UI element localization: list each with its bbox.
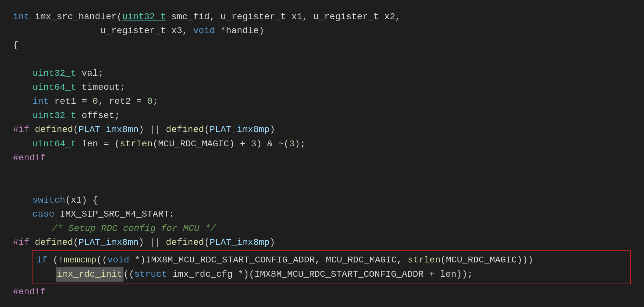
code-text: (x1) { <box>65 193 98 207</box>
type-uint32: uint32_t <box>32 66 76 80</box>
func-strlen: strlen <box>120 137 153 151</box>
code-text: ) & ~( <box>256 137 289 151</box>
code-line-6: uint64_t timeout; <box>13 80 631 94</box>
func-defined2: defined <box>166 123 204 137</box>
type-uint32-2: uint32_t <box>32 109 76 123</box>
code-line-10: uint64_t len = (strlen(MCU_RDC_MAGIC) + … <box>13 137 631 151</box>
keyword-void2: void <box>107 253 129 267</box>
code-text: ret1 = <box>49 94 92 108</box>
keyword-case: case <box>32 207 54 221</box>
preprocessor-endif: #endif <box>13 151 46 165</box>
code-text: ); <box>295 137 306 151</box>
code-line-8: uint32_t offset; <box>13 109 631 123</box>
num-0a: 0 <box>93 94 98 108</box>
keyword-void: void <box>193 24 215 38</box>
keyword-struct: struct <box>134 267 167 281</box>
code-text: (! <box>47 253 64 267</box>
code-text: ( <box>73 235 79 249</box>
code-line-20: #endif <box>13 285 631 299</box>
macro-plat3: PLAT_imx8mn <box>79 235 139 249</box>
func-highlight: imx_rdc_init <box>56 267 123 282</box>
code-line-14: switch(x1) { <box>13 193 631 207</box>
code-line-18: if (!memcmp((void *)IMX8M_MCU_RDC_START_… <box>36 253 626 267</box>
type-uint64-2: uint64_t <box>32 137 76 151</box>
macro-plat2: PLAT_imx8mp <box>210 123 270 137</box>
num-0b: 0 <box>147 94 153 108</box>
code-line-12 <box>13 165 631 179</box>
code-line-21 <box>13 299 631 307</box>
code-text: len = ( <box>76 137 120 151</box>
func-defined4: defined <box>166 235 204 249</box>
code-text: IMX_SIP_SRC_M4_START: <box>54 207 174 221</box>
preprocessor-endif2: #endif <box>13 285 46 299</box>
macro-plat1: PLAT_imx8mn <box>79 123 139 137</box>
code-text: ( <box>204 123 210 137</box>
code-text: (MCU_RDC_MAGIC) + <box>153 137 251 151</box>
func-strlen2: strlen <box>408 253 441 267</box>
code-line-16: /* Setup RDC config for MCU */ <box>13 221 631 235</box>
code-line-4 <box>13 52 631 66</box>
code-text: *handle) <box>215 24 264 38</box>
code-text: imx_rdc_cfg *)(IMX8M_MCU_RDC_START_CONFI… <box>167 267 473 281</box>
code-viewer: int imx_src_handler(uint32_t smc_fid, u_… <box>13 10 631 307</box>
keyword-int-2: int <box>32 94 49 108</box>
func-defined: defined <box>35 123 73 137</box>
code-text: ) <box>270 123 275 137</box>
keyword-switch: switch <box>32 193 65 207</box>
highlighted-code-block: if (!memcmp((void *)IMX8M_MCU_RDC_START_… <box>32 250 631 285</box>
code-line-9: #if defined(PLAT_imx8mn) || defined(PLAT… <box>13 123 631 137</box>
code-text: , ret2 = <box>98 94 147 108</box>
code-text: (( <box>123 267 135 281</box>
code-line-17: #if defined(PLAT_imx8mn) || defined(PLAT… <box>13 235 631 249</box>
num-3a: 3 <box>251 137 256 151</box>
code-text: *)IMX8M_MCU_RDC_START_CONFIG_ADDR, MCU_R… <box>129 253 408 267</box>
type-uint64: uint64_t <box>32 80 76 94</box>
code-text: offset; <box>76 109 120 123</box>
keyword-int: int <box>13 10 29 24</box>
code-line-1: int imx_src_handler(uint32_t smc_fid, u_… <box>13 10 631 24</box>
code-text: ) || <box>139 123 166 137</box>
macro-plat4: PLAT_imx8mp <box>210 235 270 249</box>
func-defined3: defined <box>35 235 73 249</box>
code-text: smc_fid, u_register_t x1, u_register_t x… <box>166 10 401 24</box>
code-line-7: int ret1 = 0, ret2 = 0; <box>13 94 631 108</box>
code-text <box>29 123 35 137</box>
code-text: val; <box>76 66 103 80</box>
code-text: ( <box>204 235 210 249</box>
code-text: ) || <box>139 235 166 249</box>
code-text: ; <box>153 94 158 108</box>
code-text <box>29 235 35 249</box>
code-line-3: { <box>13 38 631 52</box>
code-line-5: uint32_t val; <box>13 66 631 80</box>
num-3b: 3 <box>289 137 295 151</box>
code-text: ) <box>270 235 275 249</box>
preprocessor-if: #if <box>13 123 29 137</box>
preprocessor-if2: #if <box>13 235 29 249</box>
code-text: u_register_t x3, <box>13 24 193 38</box>
code-text: { <box>13 38 19 52</box>
comment-setup: /* Setup RDC config for MCU */ <box>52 221 216 235</box>
keyword-if: if <box>36 253 47 267</box>
code-text: imx_src_handler( <box>29 10 122 24</box>
func-imx-rdc-init: imx_rdc_init <box>57 269 122 279</box>
code-text: (( <box>97 253 108 267</box>
code-text: timeout; <box>76 80 125 94</box>
code-line-13 <box>13 179 631 193</box>
type-uint32: uint32_t <box>122 10 166 24</box>
code-line-19: imx_rdc_init((struct imx_rdc_cfg *)(IMX8… <box>36 267 626 282</box>
code-text: ( <box>73 123 79 137</box>
code-line-15: case IMX_SIP_SRC_M4_START: <box>13 207 631 221</box>
code-line-2: u_register_t x3, void *handle) <box>13 24 631 38</box>
code-text: (MCU_RDC_MAGIC))) <box>440 253 533 267</box>
code-line-11: #endif <box>13 151 631 165</box>
func-memcmp: memcmp <box>64 253 97 267</box>
